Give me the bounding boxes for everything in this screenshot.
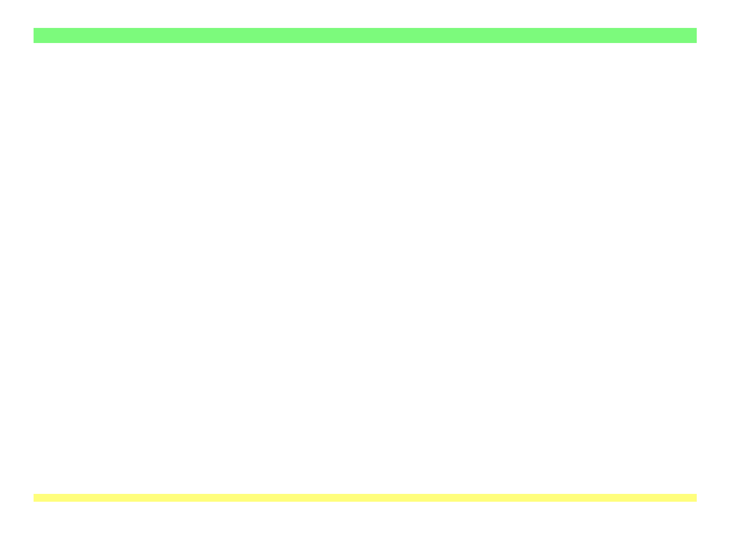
bottom-bar	[34, 494, 697, 502]
top-bar	[34, 28, 697, 43]
